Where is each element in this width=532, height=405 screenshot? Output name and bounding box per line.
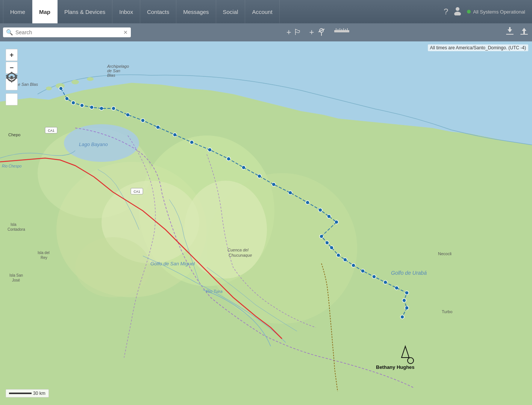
svg-point-32	[87, 77, 94, 81]
add-flag-button[interactable]: + 🏳	[286, 27, 302, 37]
svg-point-57	[272, 183, 276, 186]
svg-text:Isla del: Isla del	[38, 251, 50, 255]
share-button[interactable]	[519, 26, 529, 38]
svg-point-31	[46, 87, 52, 90]
ruler-icon	[334, 27, 349, 37]
svg-text:Rey: Rey	[41, 256, 47, 260]
svg-text:Isla San: Isla San	[9, 273, 23, 277]
scale-bar: 30 km	[6, 389, 49, 397]
navbar: Home Map Plans & Devices Inbox Contacts …	[0, 0, 532, 23]
svg-text:Rio Tuira: Rio Tuira	[206, 289, 223, 294]
svg-text:Rio Chespo: Rio Chespo	[2, 164, 22, 168]
svg-point-30	[71, 80, 79, 84]
svg-text:Blas: Blas	[107, 73, 115, 78]
inbox-tab[interactable]: Inbox	[112, 0, 140, 23]
search-clear-icon[interactable]: ✕	[123, 29, 128, 35]
measure-button[interactable]	[334, 27, 349, 37]
svg-point-72	[395, 286, 399, 290]
svg-text:Bethany Hughes: Bethany Hughes	[376, 364, 415, 370]
svg-point-0	[456, 7, 459, 11]
messages-tab[interactable]: Messages	[176, 0, 216, 23]
svg-point-58	[288, 191, 292, 195]
svg-text:Lago Bayano: Lago Bayano	[79, 142, 108, 147]
svg-text:Golfo de San Miguel: Golfo de San Miguel	[150, 261, 195, 266]
search-box[interactable]: 🔍 ✕	[3, 27, 131, 37]
user-icon[interactable]	[453, 6, 462, 18]
toolbar: 🔍 ✕ + 🏳 +	[0, 23, 532, 41]
svg-text:Necocli: Necocli	[438, 251, 452, 256]
svg-rect-6	[334, 30, 349, 32]
status-text: All Systems Operational	[473, 9, 525, 15]
svg-text:de San: de San	[107, 69, 120, 73]
search-input[interactable]	[15, 29, 121, 35]
scale-label: 30 km	[33, 391, 45, 396]
svg-text:Cuenca del: Cuenca del	[227, 248, 249, 252]
social-tab[interactable]: Social	[216, 0, 246, 23]
svg-text:Isla: Isla	[11, 222, 17, 227]
svg-rect-16	[509, 27, 511, 31]
map-controls: + −	[6, 49, 18, 105]
svg-point-34	[37, 248, 59, 264]
add-waypoint-button[interactable]: +	[309, 26, 327, 39]
svg-point-48	[126, 113, 130, 117]
svg-point-36	[466, 203, 526, 354]
home-tab[interactable]: Home	[3, 0, 32, 23]
layers-button[interactable]	[6, 93, 18, 105]
map-tab[interactable]: Map	[32, 0, 58, 23]
svg-point-1	[454, 12, 461, 15]
account-tab[interactable]: Account	[245, 0, 279, 23]
system-status: All Systems Operational	[467, 9, 525, 15]
map[interactable]: CA1 CA1	[0, 41, 532, 405]
svg-rect-14	[506, 34, 514, 35]
svg-point-26	[184, 181, 267, 279]
plans-devices-tab[interactable]: Plans & Devices	[58, 0, 112, 23]
download-button[interactable]	[505, 26, 515, 38]
svg-point-33	[18, 217, 33, 227]
svg-point-27	[75, 237, 150, 297]
status-dot	[467, 10, 471, 14]
svg-rect-17	[520, 34, 528, 35]
svg-text:Chepo: Chepo	[8, 132, 20, 137]
contacts-tab[interactable]: Contacts	[140, 0, 176, 23]
svg-text:Golfo de Urabá: Golfo de Urabá	[391, 270, 427, 276]
svg-text:Contadora: Contadora	[8, 227, 25, 231]
svg-rect-19	[523, 30, 525, 34]
svg-text:Archipelago: Archipelago	[107, 64, 129, 69]
svg-text:Chucunaque: Chucunaque	[229, 253, 252, 257]
help-icon[interactable]: ?	[444, 7, 448, 17]
flag-icon: 🏳	[294, 27, 302, 37]
search-icon: 🔍	[6, 29, 13, 36]
timezone-note: All times are America/Santo_Domingo. (UT…	[428, 44, 528, 51]
svg-text:Turbo: Turbo	[442, 309, 452, 314]
waypoint-icon	[316, 26, 327, 39]
svg-text:CA1: CA1	[133, 190, 140, 193]
svg-text:CA1: CA1	[48, 129, 55, 132]
svg-text:José: José	[12, 278, 20, 282]
